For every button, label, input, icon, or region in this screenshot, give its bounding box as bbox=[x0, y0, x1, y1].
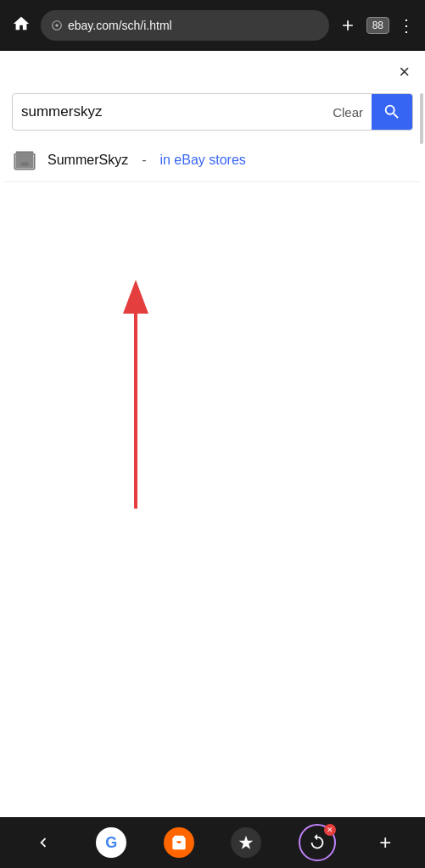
suggestion-list: SummerSkyz - in eBay stores bbox=[0, 139, 425, 182]
star-icon bbox=[238, 834, 254, 851]
suggestion-link[interactable]: in eBay stores bbox=[159, 153, 245, 168]
search-icon bbox=[383, 103, 401, 121]
clear-button[interactable]: Clear bbox=[324, 105, 372, 120]
suggestion-separator: - bbox=[142, 153, 146, 168]
new-tab-button[interactable] bbox=[336, 14, 360, 37]
search-submit-button[interactable] bbox=[372, 93, 412, 131]
url-bar[interactable]: ebay.com/sch/i.html bbox=[41, 10, 329, 41]
menu-dots-icon[interactable]: ⋮ bbox=[396, 15, 417, 36]
shopping-button[interactable] bbox=[164, 827, 194, 858]
shopping-icon bbox=[171, 834, 187, 851]
special-button[interactable]: ✕ bbox=[299, 824, 336, 861]
search-area: Clear bbox=[0, 51, 425, 131]
suggestion-item[interactable]: SummerSkyz - in eBay stores bbox=[5, 139, 420, 182]
tracking-icon bbox=[51, 19, 63, 31]
google-button[interactable]: G bbox=[96, 827, 126, 858]
search-input[interactable] bbox=[13, 103, 324, 120]
star-button[interactable] bbox=[231, 827, 261, 858]
main-content: × Clear bbox=[0, 51, 425, 817]
tab-count[interactable]: 88 bbox=[366, 17, 389, 34]
add-tab-button[interactable]: + bbox=[372, 824, 398, 861]
red-arrow-svg bbox=[119, 280, 153, 517]
close-button[interactable]: × bbox=[395, 59, 413, 85]
browser-top-bar: ebay.com/sch/i.html 88 ⋮ bbox=[0, 0, 425, 51]
svg-point-0 bbox=[55, 24, 59, 27]
store-icon bbox=[12, 147, 37, 173]
scrollbar[interactable] bbox=[420, 93, 423, 144]
suggestion-store-name: SummerSkyz bbox=[48, 153, 128, 168]
home-icon[interactable] bbox=[8, 14, 34, 37]
back-button[interactable] bbox=[27, 826, 59, 859]
bottom-browser-bar: G ✕ + bbox=[0, 817, 425, 868]
search-bar: Clear bbox=[12, 93, 413, 131]
refresh-icon bbox=[308, 833, 327, 852]
url-text: ebay.com/sch/i.html bbox=[68, 19, 319, 32]
svg-marker-4 bbox=[123, 280, 148, 314]
close-badge: ✕ bbox=[324, 824, 336, 836]
